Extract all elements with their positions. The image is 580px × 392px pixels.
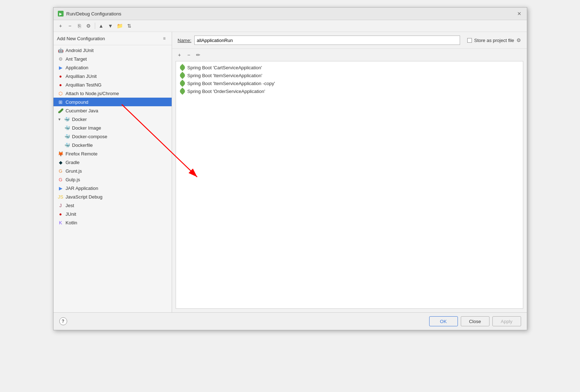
apply-button[interactable]: Apply: [492, 316, 521, 326]
config-item-firefox-remote[interactable]: 🦊Firefox Remote: [54, 149, 172, 158]
config-type-label-gulp-js: Gulp.js: [66, 177, 168, 182]
footer: ? OK Close Apply: [54, 312, 527, 330]
config-item-attach-nodejs[interactable]: ⬡Attach to Node.js/Chrome: [54, 89, 172, 98]
spring-boot-icon: [180, 80, 185, 86]
config-item-docker[interactable]: ▼🐳Docker: [54, 115, 172, 123]
run-config-entry-order[interactable]: Spring Boot 'OrderServiceApplication': [178, 87, 521, 95]
sort-button[interactable]: ⇅: [125, 22, 134, 30]
title-bar: ▶ Run/Debug Configurations ✕: [54, 8, 527, 20]
config-type-icon-android-junit: 🤖: [58, 47, 64, 53]
config-item-docker-image[interactable]: 🐳Docker Image: [54, 123, 172, 132]
edit-entry-button[interactable]: ✏: [194, 51, 202, 59]
config-item-javascript-debug[interactable]: JSJavaScript Debug: [54, 192, 172, 201]
name-input[interactable]: [194, 36, 460, 45]
dialog-icon: ▶: [58, 11, 64, 17]
config-item-kotlin[interactable]: KKotlin: [54, 218, 172, 227]
config-type-icon-javascript-debug: JS: [58, 194, 64, 200]
run-config-label-cart: Spring Boot 'CartServiceApplication': [187, 65, 262, 70]
run-config-label-item: Spring Boot 'ItemServiceApplication': [187, 73, 263, 78]
run-config-entry-cart[interactable]: Spring Boot 'CartServiceApplication': [178, 64, 521, 71]
ok-button[interactable]: OK: [429, 316, 458, 326]
name-label: Name:: [178, 38, 191, 43]
config-entry-toolbar: + − ✏: [172, 49, 527, 61]
remove-config-button[interactable]: −: [66, 22, 74, 30]
spring-boot-icon: [180, 88, 185, 94]
config-item-cucumber-java[interactable]: 🥒Cucumber Java: [54, 106, 172, 115]
config-item-arquillian-testng[interactable]: ●Arquillian TestNG: [54, 80, 172, 89]
config-type-icon-jest: J: [58, 202, 64, 208]
add-config-button[interactable]: +: [56, 22, 65, 30]
config-item-dockerfile[interactable]: 🐳Dockerfile: [54, 141, 172, 149]
config-item-compound[interactable]: ⊞Compound: [54, 98, 172, 106]
config-type-label-junit: JUnit: [66, 211, 168, 217]
store-project-label: Store as project file: [474, 38, 514, 43]
config-item-arquillian-junit[interactable]: ●Arquillian JUnit: [54, 72, 172, 80]
store-project-checkbox[interactable]: [467, 38, 472, 43]
collapse-arrow[interactable]: ▼: [58, 117, 61, 121]
config-type-icon-application: ▶: [58, 65, 64, 70]
main-toolbar: + − ⎘ ⚙ ▲ ▼ 📁 ⇅: [54, 20, 527, 32]
config-type-label-application: Application: [66, 65, 168, 70]
config-type-icon-dockerfile: 🐳: [64, 142, 70, 148]
remove-entry-button[interactable]: −: [185, 51, 193, 59]
config-type-label-grunt-js: Grunt.js: [66, 168, 168, 174]
config-type-icon-grunt-js: G: [58, 168, 64, 174]
spring-boot-icon: [180, 65, 185, 70]
config-type-icon-junit: ●: [58, 211, 64, 217]
config-type-icon-attach-nodejs: ⬡: [58, 90, 64, 96]
right-panel: Name: Store as project file ⚙ + − ✏ Spri…: [172, 32, 527, 312]
store-project-gear-icon[interactable]: ⚙: [516, 37, 521, 43]
config-type-icon-arquillian-junit: ●: [58, 73, 64, 79]
config-item-docker-compose[interactable]: 🐳Docker-compose: [54, 132, 172, 141]
run-config-entry-item-copy[interactable]: Spring Boot 'ItemServiceApplication -cop…: [178, 79, 521, 87]
config-type-icon-gradle: ◆: [58, 159, 64, 165]
config-item-jest[interactable]: JJest: [54, 201, 172, 210]
move-down-button[interactable]: ▼: [106, 22, 115, 30]
main-content: Add New Configuration ≡ 🤖Android JUnit⚙A…: [54, 32, 527, 312]
config-type-icon-jar-application: ▶: [58, 185, 64, 191]
config-item-jar-application[interactable]: ▶JAR Application: [54, 184, 172, 192]
config-type-icon-arquillian-testng: ●: [58, 82, 64, 88]
config-item-gradle[interactable]: ◆Gradle: [54, 158, 172, 167]
footer-right: OK Close Apply: [429, 316, 521, 326]
config-item-application[interactable]: ▶Application: [54, 63, 172, 72]
add-entry-button[interactable]: +: [176, 51, 184, 59]
copy-config-button[interactable]: ⎘: [75, 22, 84, 30]
store-project-option: Store as project file ⚙: [467, 37, 521, 43]
filter-button[interactable]: ≡: [161, 35, 168, 42]
config-type-label-android-junit: Android JUnit: [66, 48, 168, 53]
config-type-icon-docker-image: 🐳: [64, 125, 70, 131]
run-config-label-item-copy: Spring Boot 'ItemServiceApplication -cop…: [187, 81, 275, 86]
config-type-label-docker-compose: Docker-compose: [72, 134, 168, 139]
config-item-android-junit[interactable]: 🤖Android JUnit: [54, 46, 172, 55]
folder-button[interactable]: 📁: [116, 22, 124, 30]
config-item-junit[interactable]: ●JUnit: [54, 210, 172, 218]
settings-config-button[interactable]: ⚙: [84, 22, 93, 30]
close-dialog-button[interactable]: Close: [461, 316, 489, 326]
close-icon[interactable]: ✕: [516, 10, 523, 17]
run-config-label-order: Spring Boot 'OrderServiceApplication': [187, 89, 265, 94]
config-item-ant-target[interactable]: ⚙Ant Target: [54, 55, 172, 63]
run-config-list-area: Spring Boot 'CartServiceApplication'Spri…: [176, 61, 523, 309]
left-panel-header: Add New Configuration ≡: [54, 32, 172, 45]
config-type-icon-firefox-remote: 🦊: [58, 151, 64, 157]
move-up-button[interactable]: ▲: [97, 22, 106, 30]
config-type-label-compound: Compound: [66, 99, 168, 105]
config-item-gulp-js[interactable]: GGulp.js: [54, 175, 172, 184]
config-type-icon-gulp-js: G: [58, 177, 64, 182]
config-type-icon-docker-compose: 🐳: [64, 134, 70, 139]
run-config-entry-item[interactable]: Spring Boot 'ItemServiceApplication': [178, 71, 521, 79]
config-type-icon-docker: 🐳: [64, 116, 70, 122]
config-type-icon-cucumber-java: 🥒: [58, 108, 64, 113]
help-button[interactable]: ?: [59, 317, 67, 325]
config-type-label-firefox-remote: Firefox Remote: [66, 151, 168, 157]
config-type-label-cucumber-java: Cucumber Java: [66, 108, 168, 113]
dialog-title: Run/Debug Configurations: [66, 11, 121, 17]
config-type-label-docker: Docker: [72, 117, 168, 122]
left-panel: Add New Configuration ≡ 🤖Android JUnit⚙A…: [54, 32, 172, 312]
config-type-icon-compound: ⊞: [58, 99, 64, 105]
config-type-label-dockerfile: Dockerfile: [72, 143, 168, 148]
config-type-label-gradle: Gradle: [66, 160, 168, 165]
config-type-icon-kotlin: K: [58, 220, 64, 225]
config-item-grunt-js[interactable]: GGrunt.js: [54, 167, 172, 175]
